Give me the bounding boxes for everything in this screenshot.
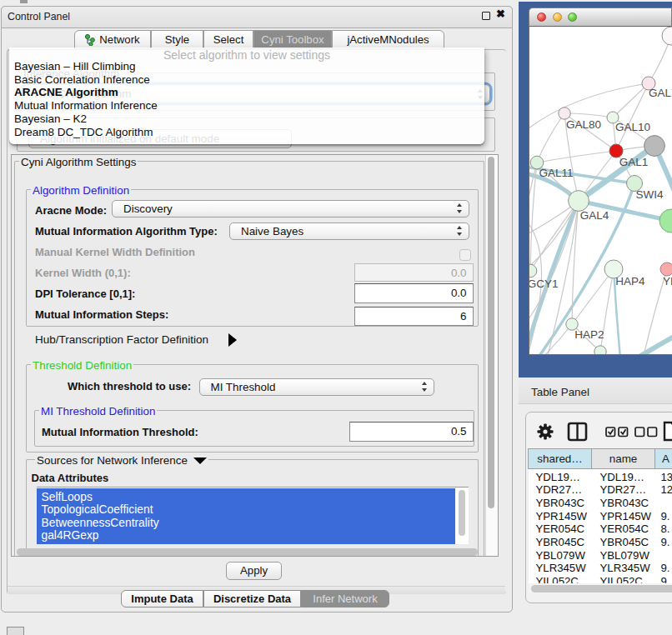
svg-text:YB: YB [663, 275, 672, 288]
svg-text:HAP4: HAP4 [615, 275, 645, 288]
svg-text:GAL7: GAL7 [649, 87, 672, 99]
svg-text:GAL10: GAL10 [615, 121, 650, 133]
svg-text:GAL1: GAL1 [619, 156, 649, 168]
svg-text:GCY1: GCY1 [529, 278, 558, 290]
svg-text:GAL4: GAL4 [580, 209, 609, 222]
svg-text:HAP2: HAP2 [574, 328, 604, 341]
svg-text:GAL11: GAL11 [539, 167, 573, 179]
svg-text:SWI4: SWI4 [635, 188, 663, 201]
svg-text:GAL80: GAL80 [566, 118, 601, 131]
